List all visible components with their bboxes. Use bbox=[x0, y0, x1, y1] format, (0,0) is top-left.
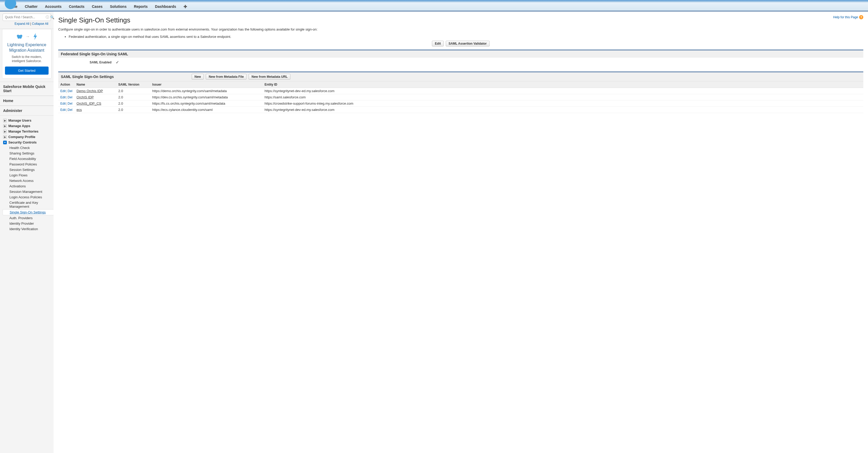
page-title: Single Sign-On Settings bbox=[58, 16, 130, 24]
row-edit-link[interactable]: Edit bbox=[60, 96, 66, 99]
row-issuer: https://demo.orchis.syntegrity.com/saml/… bbox=[150, 88, 262, 94]
tree-company-profile[interactable]: ▶Company Profile bbox=[0, 134, 54, 140]
saml-settings-heading: SAML Single Sign-On Settings bbox=[61, 75, 114, 79]
row-del-link[interactable]: Del bbox=[68, 102, 72, 105]
svg-point-4 bbox=[19, 36, 22, 39]
top-nav-tabs: Home Chatter Accounts Contacts Cases Sol… bbox=[0, 2, 868, 11]
tab-cases[interactable]: Cases bbox=[88, 2, 106, 11]
row-edit-link[interactable]: Edit bbox=[60, 89, 66, 93]
migration-card: → Lightning Experience Migration Assista… bbox=[2, 29, 52, 78]
disclosure-open-icon: ▼ bbox=[3, 141, 7, 144]
edit-button[interactable]: Edit bbox=[432, 41, 444, 46]
row-edit-link[interactable]: Edit bbox=[60, 108, 66, 112]
row-issuer: https://fs.cs.orchis.syntegrity.com/saml… bbox=[150, 100, 262, 107]
nav-session-settings[interactable]: Session Settings bbox=[9, 167, 54, 172]
nav-field-accessibility[interactable]: Field Accessibility bbox=[9, 156, 54, 162]
row-name-link[interactable]: OrchIS_IDP_CS bbox=[76, 101, 101, 105]
row-version: 2.0 bbox=[116, 94, 150, 100]
tab-add[interactable]: ✚ bbox=[180, 2, 191, 11]
help-icon: ? bbox=[859, 15, 863, 19]
sidebar: ⓘ 🔍 Expand All | Collapse All → Lightnin… bbox=[0, 11, 54, 453]
federated-heading: Federated Single Sign-On Using SAML bbox=[58, 51, 863, 58]
tab-solutions[interactable]: Solutions bbox=[106, 2, 130, 11]
collapse-all-link[interactable]: Collapse All bbox=[32, 22, 48, 26]
row-entity: https://syntegritynet-dev-ed.my.salesfor… bbox=[262, 88, 863, 94]
new-from-file-button[interactable]: New from Metadata File bbox=[206, 74, 247, 79]
row-entity: https://saml.salesforce.com bbox=[262, 94, 863, 100]
saml-table: Action Name SAML Version Issuer Entity I… bbox=[58, 81, 863, 113]
row-entity: https://syntegritynet-dev-ed.my.salesfor… bbox=[262, 107, 863, 113]
col-issuer: Issuer bbox=[150, 82, 262, 88]
sidebar-administer: Administer bbox=[0, 106, 54, 116]
saml-settings-section: SAML Single Sign-On Settings New New fro… bbox=[58, 71, 863, 113]
row-issuer: https://dev.cs.orchis.syntegrity.com/sam… bbox=[150, 94, 262, 100]
col-version: SAML Version bbox=[116, 82, 150, 88]
row-version: 2.0 bbox=[116, 107, 150, 113]
nav-sharing-settings[interactable]: Sharing Settings bbox=[9, 151, 54, 156]
new-button[interactable]: New bbox=[192, 74, 204, 79]
nav-identity-provider[interactable]: Identity Provider bbox=[9, 221, 54, 226]
classic-cloud-icon bbox=[16, 33, 23, 40]
lightning-icon bbox=[33, 33, 38, 40]
disclosure-icon: ▶ bbox=[3, 119, 7, 122]
row-name-link[interactable]: ecs bbox=[76, 108, 82, 112]
get-started-button[interactable]: Get Started bbox=[5, 67, 49, 75]
table-row: Edit|DelOrchIS IDP2.0https://dev.cs.orch… bbox=[58, 94, 863, 100]
row-del-link[interactable]: Del bbox=[68, 108, 72, 112]
table-row: Edit|DelDemo Orchis IDP2.0https://demo.o… bbox=[58, 88, 863, 94]
col-action: Action bbox=[58, 82, 74, 88]
federated-section: Federated Single Sign-On Using SAML SAML… bbox=[58, 50, 863, 67]
col-name: Name bbox=[74, 82, 116, 88]
tab-contacts[interactable]: Contacts bbox=[65, 2, 88, 11]
tree-security-controls[interactable]: ▼Security Controls bbox=[0, 140, 54, 145]
row-del-link[interactable]: Del bbox=[68, 96, 72, 99]
row-name-link[interactable]: Demo Orchis IDP bbox=[76, 89, 103, 93]
table-row: Edit|Delecs2.0https://ecs.cylance.cloude… bbox=[58, 107, 863, 113]
disclosure-icon: ▶ bbox=[3, 130, 7, 133]
nav-identity-verification[interactable]: Identity Verification bbox=[9, 226, 54, 232]
disclosure-icon: ▶ bbox=[3, 135, 7, 139]
row-version: 2.0 bbox=[116, 100, 150, 107]
tab-dashboards[interactable]: Dashboards bbox=[151, 2, 180, 11]
tree-manage-users[interactable]: ▶Manage Users bbox=[0, 118, 54, 123]
nav-auth-providers[interactable]: Auth. Providers bbox=[9, 215, 54, 221]
nav-login-flows[interactable]: Login Flows bbox=[9, 172, 54, 178]
nav-health-check[interactable]: Health Check bbox=[9, 145, 54, 151]
row-entity: https://crowdstrike-support-forums-integ… bbox=[262, 100, 863, 107]
tab-reports[interactable]: Reports bbox=[130, 2, 151, 11]
row-del-link[interactable]: Del bbox=[68, 89, 72, 93]
row-edit-link[interactable]: Edit bbox=[60, 102, 66, 105]
nav-session-management[interactable]: Session Management bbox=[9, 189, 54, 194]
nav-login-access-policies[interactable]: Login Access Policies bbox=[9, 194, 54, 200]
tree-manage-territories[interactable]: ▶Manage Territories bbox=[0, 129, 54, 134]
info-icon: ⓘ bbox=[45, 15, 50, 20]
intro-bullet: Federated authentication, a single sign-… bbox=[69, 35, 863, 39]
search-input[interactable] bbox=[4, 14, 45, 20]
arrow-icon: → bbox=[26, 34, 30, 39]
migration-subtitle: Switch to the modern, intelligent Salesf… bbox=[5, 55, 49, 64]
expand-all-link[interactable]: Expand All bbox=[14, 22, 30, 26]
row-issuer: https://ecs.cylance.cloudentity.com/saml bbox=[150, 107, 262, 113]
table-row: Edit|DelOrchIS_IDP_CS2.0https://fs.cs.or… bbox=[58, 100, 863, 107]
disclosure-icon: ▶ bbox=[3, 124, 7, 128]
migration-title: Lightning Experience Migration Assistant bbox=[5, 42, 49, 53]
nav-cert-key-management[interactable]: Certificate and Key Management bbox=[9, 200, 54, 209]
security-controls-children: Health Check Sharing Settings Field Acce… bbox=[0, 145, 54, 232]
new-from-url-button[interactable]: New from Metadata URL bbox=[249, 74, 290, 79]
tree-manage-apps[interactable]: ▶Manage Apps bbox=[0, 123, 54, 129]
nav-sso-settings[interactable]: Single Sign-On Settings bbox=[3, 209, 54, 215]
col-entity: Entity ID bbox=[262, 82, 863, 88]
check-icon: ✓ bbox=[116, 60, 119, 65]
nav-activations[interactable]: Activations bbox=[9, 184, 54, 189]
sidebar-home[interactable]: Home bbox=[0, 96, 54, 106]
tab-chatter[interactable]: Chatter bbox=[21, 2, 41, 11]
tab-accounts[interactable]: Accounts bbox=[41, 2, 65, 11]
row-name-link[interactable]: OrchIS IDP bbox=[76, 95, 94, 99]
saml-validator-button[interactable]: SAML Assertion Validator bbox=[446, 41, 490, 46]
nav-network-access[interactable]: Network Access bbox=[9, 178, 54, 184]
nav-password-policies[interactable]: Password Policies bbox=[9, 162, 54, 167]
mobile-quick-start[interactable]: Salesforce Mobile Quick Start bbox=[0, 82, 54, 96]
help-link[interactable]: Help for this Page ? bbox=[833, 15, 863, 19]
quick-find-search[interactable]: ⓘ 🔍 bbox=[3, 13, 51, 21]
saml-enabled-label: SAML Enabled bbox=[61, 61, 116, 64]
